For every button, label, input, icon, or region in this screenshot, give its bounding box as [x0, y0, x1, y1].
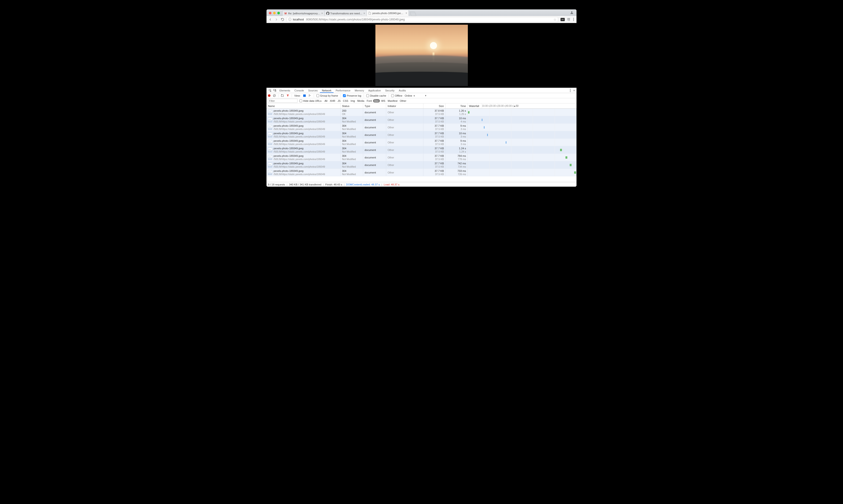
- table-row[interactable]: pexels-photo-189349.jpeg/500,fit/https:/…: [266, 169, 577, 176]
- preserve-log-checkbox[interactable]: Preserve log: [343, 94, 361, 97]
- waterfall-bar: [468, 161, 576, 168]
- close-tab-icon[interactable]: ×: [405, 12, 407, 15]
- filter-type-xhr[interactable]: XHR: [329, 99, 336, 103]
- col-time[interactable]: Time: [445, 104, 468, 108]
- minimize-window-icon[interactable]: [273, 12, 276, 14]
- browser-tab[interactable]: MRe: [willnorris/imageproxy] Tra×: [282, 10, 324, 16]
- large-rows-icon[interactable]: [303, 94, 306, 97]
- waterfall-bar: [468, 109, 576, 116]
- document-icon: [368, 12, 371, 15]
- devtools-tab-performance[interactable]: Performance: [334, 88, 353, 93]
- waterfall-bar: [468, 169, 576, 176]
- inspect-element-icon[interactable]: [268, 89, 272, 92]
- devtools-tab-elements[interactable]: Elements: [277, 88, 292, 93]
- waterfall-bar: [468, 154, 576, 161]
- extension-cjk-icon[interactable]: 理: [567, 17, 570, 22]
- table-row[interactable]: pexels-photo-189349.jpeg/500,fit/https:/…: [266, 146, 577, 154]
- table-row[interactable]: pexels-photo-189349.jpeg/500,fit/https:/…: [266, 109, 577, 116]
- throttling-caret-icon[interactable]: ▼: [424, 94, 427, 97]
- back-button[interactable]: [268, 18, 272, 21]
- request-path: /500,fit/https://static.pexels.com/photo…: [274, 120, 339, 123]
- maximize-window-icon[interactable]: [277, 12, 280, 14]
- filter-bar: Hide data URLs AllXHRJSCSSImgMediaFontDo…: [266, 98, 577, 104]
- hide-data-urls-checkbox[interactable]: Hide data URLs: [299, 100, 321, 102]
- browser-menu-icon[interactable]: [573, 18, 575, 21]
- device-toggle-icon[interactable]: [273, 89, 277, 92]
- filter-toggle-icon[interactable]: [286, 94, 289, 97]
- table-row[interactable]: pexels-photo-189349.jpeg/500,fit/https:/…: [266, 131, 577, 139]
- request-path: /500,fit/https://static.pexels.com/photo…: [274, 165, 339, 168]
- filter-type-other[interactable]: Other: [399, 99, 408, 103]
- waterfall-bar: [468, 146, 576, 154]
- filter-input[interactable]: [268, 99, 298, 103]
- filter-type-font[interactable]: Font: [366, 99, 373, 103]
- offline-checkbox[interactable]: Offline: [391, 94, 402, 97]
- devtools-tab-application[interactable]: Application: [366, 88, 383, 93]
- document-icon: [268, 125, 272, 130]
- close-window-icon[interactable]: [269, 12, 271, 14]
- request-name: pexels-photo-189349.jpeg: [274, 109, 339, 112]
- record-button[interactable]: [268, 94, 270, 97]
- devtools-tab-audits[interactable]: Audits: [397, 88, 408, 93]
- address-bar[interactable]: i localhost:8080/500,fit/https://static.…: [287, 17, 558, 22]
- disable-cache-checkbox[interactable]: Disable cache: [366, 94, 386, 97]
- waterfall-bar: [468, 124, 576, 131]
- filter-type-manifest[interactable]: Manifest: [386, 99, 399, 103]
- col-type[interactable]: Type: [363, 104, 386, 108]
- table-row[interactable]: pexels-photo-189349.jpeg/500,fit/https:/…: [266, 116, 577, 124]
- devtools-tab-memory[interactable]: Memory: [353, 88, 366, 93]
- document-icon: [268, 140, 272, 145]
- document-icon: [268, 132, 272, 137]
- request-name: pexels-photo-189349.jpeg: [274, 147, 339, 150]
- filter-type-js[interactable]: JS: [336, 99, 342, 103]
- request-path: /500,fit/https://static.pexels.com/photo…: [274, 135, 339, 138]
- devtools-tab-console[interactable]: Console: [292, 88, 306, 93]
- filter-type-all[interactable]: All: [323, 99, 329, 103]
- profile-icon[interactable]: [570, 11, 574, 15]
- devtools-tab-security[interactable]: Security: [383, 88, 397, 93]
- bookmark-icon[interactable]: ☆: [554, 18, 557, 21]
- capture-screenshot-icon[interactable]: [281, 94, 284, 97]
- devtools-tab-sources[interactable]: Sources: [306, 88, 320, 93]
- forward-button[interactable]: [275, 18, 278, 21]
- waterfall-bar: [468, 139, 576, 146]
- network-toolbar: View: Group by frame Preserve log Disabl…: [266, 93, 577, 98]
- filter-type-media[interactable]: Media: [356, 99, 366, 103]
- table-row[interactable]: pexels-photo-189349.jpeg/500,fit/https:/…: [266, 124, 577, 131]
- url-path: :8080/500,fit/https://static.pexels.com/…: [305, 18, 405, 21]
- close-tab-icon[interactable]: ×: [364, 12, 365, 15]
- devtools-close-icon[interactable]: ×: [573, 89, 575, 92]
- filter-type-ws[interactable]: WS: [380, 99, 386, 103]
- col-status[interactable]: Status: [340, 104, 363, 108]
- waterfall-overview-icon[interactable]: [309, 94, 312, 97]
- request-path: /500,fit/https://static.pexels.com/photo…: [274, 142, 339, 146]
- reload-button[interactable]: [281, 18, 284, 21]
- close-tab-icon[interactable]: ×: [321, 12, 323, 15]
- tab-title: Re: [willnorris/imageproxy] Tra: [287, 12, 321, 15]
- filter-type-css[interactable]: CSS: [342, 99, 350, 103]
- table-row[interactable]: pexels-photo-189349.jpeg/500,fit/https:/…: [266, 154, 577, 161]
- request-path: /500,fit/https://static.pexels.com/photo…: [274, 112, 339, 116]
- col-size[interactable]: Size: [423, 104, 445, 108]
- col-name[interactable]: Name: [266, 104, 340, 108]
- browser-tab[interactable]: Transformations are needless×: [324, 10, 367, 16]
- table-row[interactable]: pexels-photo-189349.jpeg/500,fit/https:/…: [266, 161, 577, 169]
- devtools-menu-icon[interactable]: [569, 89, 571, 92]
- clear-button[interactable]: [273, 94, 276, 97]
- site-info-icon[interactable]: i: [288, 18, 292, 21]
- displayed-image: [375, 25, 468, 86]
- online-select[interactable]: Online▼: [405, 94, 416, 97]
- col-waterfall[interactable]: Waterfall 10.00 s20.00 s30.00 s40.00 s▲5…: [468, 104, 577, 108]
- devtools-tab-network[interactable]: Network: [320, 88, 334, 93]
- filter-type-doc[interactable]: Doc: [373, 99, 380, 103]
- extension-icon[interactable]: •••: [561, 18, 565, 21]
- group-by-frame-checkbox[interactable]: Group by frame: [316, 94, 338, 97]
- waterfall-bar: [468, 116, 576, 123]
- col-initiator[interactable]: Initiator: [386, 104, 423, 108]
- table-row[interactable]: pexels-photo-189349.jpeg/500,fit/https:/…: [266, 139, 577, 146]
- filter-type-img[interactable]: Img: [350, 99, 356, 103]
- browser-tab[interactable]: pexels-photo-189349.jpeg (50×: [367, 10, 409, 16]
- request-name: pexels-photo-189349.jpeg: [274, 162, 339, 165]
- svg-rect-8: [303, 96, 305, 96]
- new-tab-button[interactable]: [410, 12, 417, 16]
